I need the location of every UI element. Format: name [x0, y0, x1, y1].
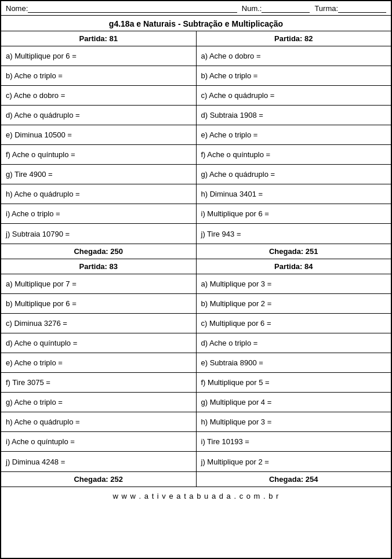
- partida-4-item-a: a) Multiplique por 3 =: [197, 274, 391, 294]
- partida-1-item-f: f) Ache o quíntuplo =: [1, 145, 196, 165]
- partida-4-item-e: e) Subtraia 8900 =: [197, 353, 391, 373]
- chegada-4-label: Chegada:: [269, 475, 303, 484]
- chegada-1-value: 250: [110, 247, 123, 256]
- partida-4-item-c: c) Multiplique por 6 =: [197, 314, 391, 333]
- partida-3-item-h: h) Ache o quádruplo =: [1, 412, 196, 432]
- chegada-3-value: 252: [110, 475, 123, 484]
- partida-2-item-h: h) Diminua 3401 =: [197, 184, 391, 204]
- partida-3-item-g: g) Ache o triplo =: [1, 393, 196, 412]
- chegada-2-value: 251: [306, 247, 318, 256]
- nome-label: Nome:: [6, 4, 28, 13]
- partida-3-item-c: c) Diminua 3276 =: [1, 314, 196, 333]
- website-row: w w w . a t i v e a t a b u a d a . c o …: [1, 487, 391, 503]
- partida-1-item-j: j) Subtraia 10790 =: [1, 224, 196, 244]
- partida-1-header: Partida: 81: [1, 31, 196, 46]
- chegada-top-row: Chegada: 250 Chegada: 251: [1, 244, 391, 259]
- partida-2-item-g: g) Ache o quádruplo =: [197, 165, 391, 184]
- partida-2-item-b: b) Ache o triplo =: [197, 66, 391, 86]
- nome-underline: [28, 3, 237, 13]
- partida-3-col: Partida: 83 a) Multiplique por 7 = b) Mu…: [1, 259, 197, 471]
- partida-2-item-f: f) Ache o quíntuplo =: [197, 145, 391, 165]
- num-underline: [262, 3, 310, 13]
- partida-2-item-i: i) Multiplique por 6 =: [197, 204, 391, 224]
- partida-3-header: Partida: 83: [1, 259, 196, 274]
- partida-1-item-c: c) Ache o dobro =: [1, 86, 196, 106]
- partida-4-item-h: h) Multiplique por 3 =: [197, 412, 391, 432]
- partida-1-item-b: b) Ache o triplo =: [1, 66, 196, 86]
- partida-3-item-e: e) Ache o triplo =: [1, 353, 196, 373]
- partida-2-item-j: j) Tire 943 =: [197, 224, 391, 244]
- chegada-3-col: Chegada: 252: [1, 472, 197, 487]
- chegada-3-label: Chegada:: [74, 475, 108, 484]
- partida-3-item-b: b) Multiplique por 6 =: [1, 294, 196, 314]
- partida-4-item-b: b) Multiplique por 2 =: [197, 294, 391, 314]
- turma-label: Turma:: [314, 4, 338, 13]
- turma-underline: [338, 3, 386, 13]
- num-label: Num.:: [242, 4, 262, 13]
- partida-1-item-g: g) Tire 4900 =: [1, 165, 196, 184]
- partida-2-item-c: c) Ache o quádruplo =: [197, 86, 391, 106]
- partida-1-item-i: i) Ache o triplo =: [1, 204, 196, 224]
- partida-4-item-j: j) Multiplique por 2 =: [197, 452, 391, 471]
- chegada-1-col: Chegada: 250: [1, 244, 197, 259]
- partida-4-header: Partida: 84: [197, 259, 391, 274]
- website-text: w w w . a t i v e a t a b u a d a . c o …: [113, 492, 280, 500]
- partida-2-header: Partida: 82: [197, 31, 391, 46]
- title-row: g4.18a e Naturais - Subtração e Multipli…: [1, 16, 391, 31]
- partida-3-item-a: a) Multiplique por 7 =: [1, 274, 196, 294]
- header-row: Nome: Num.: Turma:: [1, 1, 391, 16]
- partida-4-item-g: g) Multiplique por 4 =: [197, 393, 391, 412]
- partida-1-col: Partida: 81 a) Multiplique por 6 = b) Ac…: [1, 31, 197, 244]
- partida-2-item-a: a) Ache o dobro =: [197, 46, 391, 66]
- chegada-2-col: Chegada: 251: [197, 244, 391, 259]
- chegada-bottom-row: Chegada: 252 Chegada: 254: [1, 472, 391, 487]
- partida-1-item-a: a) Multiplique por 6 =: [1, 46, 196, 66]
- partida-1-item-e: e) Diminua 10500 =: [1, 125, 196, 145]
- partida-3-item-f: f) Tire 3075 =: [1, 373, 196, 393]
- partida-3-item-d: d) Ache o quíntuplo =: [1, 333, 196, 353]
- partida-2-item-e: e) Ache o triplo =: [197, 125, 391, 145]
- partida-2-col: Partida: 82 a) Ache o dobro = b) Ache o …: [197, 31, 391, 244]
- partida-3-item-i: i) Ache o quíntuplo =: [1, 432, 196, 452]
- partida-3-item-j: j) Diminua 4248 =: [1, 452, 196, 471]
- top-partidas-section: Partida: 81 a) Multiplique por 6 = b) Ac…: [1, 31, 391, 244]
- partida-1-item-h: h) Ache o quádruplo =: [1, 184, 196, 204]
- page-title: g4.18a e Naturais - Subtração e Multipli…: [109, 19, 283, 28]
- chegada-4-value: 254: [306, 475, 318, 484]
- partida-4-item-d: d) Ache o triplo =: [197, 333, 391, 353]
- partida-4-item-f: f) Multiplique por 5 =: [197, 373, 391, 393]
- chegada-4-col: Chegada: 254: [197, 472, 391, 487]
- partida-1-item-d: d) Ache o quádruplo =: [1, 106, 196, 125]
- chegada-2-label: Chegada:: [269, 247, 303, 256]
- partida-4-item-i: i) Tire 10193 =: [197, 432, 391, 452]
- chegada-1-label: Chegada:: [74, 247, 108, 256]
- partida-2-item-d: d) Subtraia 1908 =: [197, 106, 391, 125]
- partida-4-col: Partida: 84 a) Multiplique por 3 = b) Mu…: [197, 259, 391, 471]
- bottom-partidas-section: Partida: 83 a) Multiplique por 7 = b) Mu…: [1, 259, 391, 472]
